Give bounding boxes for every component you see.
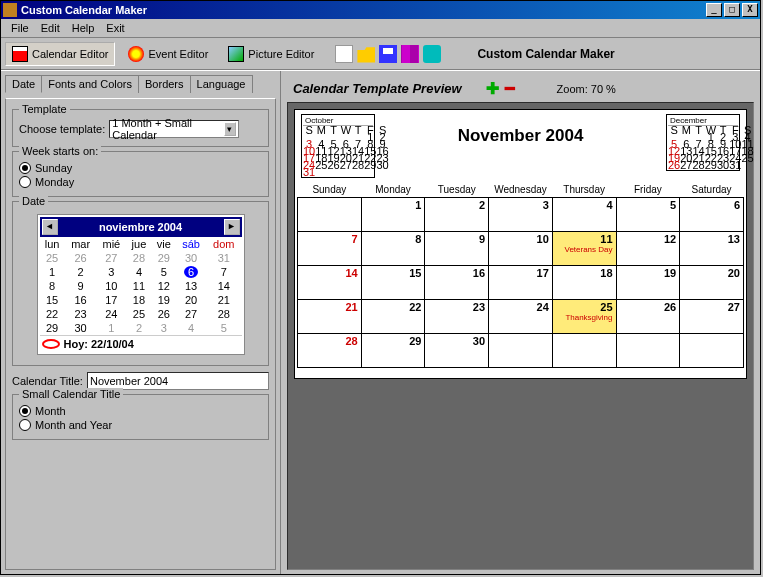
picture-editor-button[interactable]: Picture Editor xyxy=(221,42,321,66)
link-icon[interactable] xyxy=(423,45,441,63)
big-day: 16 xyxy=(425,266,489,300)
save-icon[interactable] xyxy=(379,45,397,63)
mini-day[interactable]: 15 xyxy=(40,293,65,307)
prev-month-button[interactable]: ◄ xyxy=(42,219,58,235)
tiny-right-month: December xyxy=(668,116,738,126)
mini-day[interactable]: 5 xyxy=(206,321,241,335)
big-day: 2 xyxy=(425,198,489,232)
big-day: 14 xyxy=(298,266,362,300)
zoom-label: Zoom: 70 % xyxy=(557,83,616,95)
minimize-button[interactable]: _ xyxy=(706,3,722,17)
tab-fonts[interactable]: Fonts and Colors xyxy=(41,75,139,93)
mini-day[interactable]: 3 xyxy=(152,321,177,335)
mini-day[interactable]: 19 xyxy=(152,293,177,307)
new-icon[interactable] xyxy=(335,45,353,63)
menu-file[interactable]: File xyxy=(5,21,35,35)
left-panel: Date Fonts and Colors Borders Language T… xyxy=(1,71,281,574)
mini-day[interactable]: 26 xyxy=(65,251,97,265)
mini-day[interactable]: 2 xyxy=(126,321,151,335)
mini-day[interactable]: 22 xyxy=(40,307,65,321)
mini-day[interactable]: 21 xyxy=(206,293,241,307)
today-label[interactable]: Hoy: 22/10/04 xyxy=(64,338,134,350)
mini-day[interactable]: 27 xyxy=(176,307,206,321)
mini-day[interactable]: 18 xyxy=(126,293,151,307)
maximize-button[interactable]: □ xyxy=(724,3,740,17)
event-editor-button[interactable]: Event Editor xyxy=(121,42,215,66)
mini-day[interactable]: 10 xyxy=(96,279,126,293)
choose-template-label: Choose template: xyxy=(19,123,105,135)
chevron-down-icon[interactable]: ▾ xyxy=(224,122,237,136)
mini-day[interactable]: 6 xyxy=(176,265,206,279)
mini-day[interactable]: 16 xyxy=(65,293,97,307)
big-day: 9 xyxy=(425,232,489,266)
mini-day[interactable]: 29 xyxy=(40,321,65,335)
mini-day[interactable]: 9 xyxy=(65,279,97,293)
next-month-button[interactable]: ► xyxy=(224,219,240,235)
mini-day[interactable]: 20 xyxy=(176,293,206,307)
toolbar: Calendar Editor Event Editor Picture Edi… xyxy=(1,38,760,70)
menu-exit[interactable]: Exit xyxy=(100,21,130,35)
mini-day[interactable]: 13 xyxy=(176,279,206,293)
mini-day[interactable]: 3 xyxy=(96,265,126,279)
big-month-title: November 2004 xyxy=(375,114,666,146)
mini-day[interactable]: 26 xyxy=(152,307,177,321)
menu-help[interactable]: Help xyxy=(66,21,101,35)
radio-sunday[interactable] xyxy=(19,162,31,174)
radio-monday[interactable] xyxy=(19,176,31,188)
mini-day[interactable]: 4 xyxy=(176,321,206,335)
big-day: 3 xyxy=(489,198,553,232)
close-button[interactable]: X xyxy=(742,3,758,17)
template-combo[interactable]: 1 Month + Small Calendar ▾ xyxy=(109,120,239,138)
tab-date[interactable]: Date xyxy=(5,75,42,93)
book-icon[interactable] xyxy=(401,45,419,63)
big-day: 10 xyxy=(489,232,553,266)
big-day: 29 xyxy=(361,334,425,368)
calendar-editor-button[interactable]: Calendar Editor xyxy=(5,42,115,66)
big-day xyxy=(552,334,616,368)
mini-day[interactable]: 28 xyxy=(126,251,151,265)
big-day: 26 xyxy=(616,300,680,334)
mini-calendar[interactable]: ◄ noviembre 2004 ► lunmarmiéjueviesábdom… xyxy=(37,214,245,355)
big-day xyxy=(298,198,362,232)
mini-day[interactable]: 2 xyxy=(65,265,97,279)
mini-day[interactable]: 30 xyxy=(176,251,206,265)
radio-month[interactable] xyxy=(19,405,31,417)
mini-day[interactable]: 1 xyxy=(96,321,126,335)
mini-day[interactable]: 1 xyxy=(40,265,65,279)
month-year-label: Month and Year xyxy=(35,419,112,431)
zoom-out-button[interactable]: ━ xyxy=(505,79,515,98)
mini-day[interactable]: 8 xyxy=(40,279,65,293)
mini-day[interactable]: 31 xyxy=(206,251,241,265)
mini-day[interactable]: 23 xyxy=(65,307,97,321)
right-panel: Calendar Template Preview ✚ ━ Zoom: 70 %… xyxy=(281,71,760,574)
mini-day[interactable]: 5 xyxy=(152,265,177,279)
mini-day[interactable]: 30 xyxy=(65,321,97,335)
big-day: 28 xyxy=(298,334,362,368)
menu-edit[interactable]: Edit xyxy=(35,21,66,35)
big-day: 6 xyxy=(680,198,744,232)
mini-day[interactable]: 12 xyxy=(152,279,177,293)
week-group: Week starts on: Sunday Monday xyxy=(12,151,269,197)
radio-month-year[interactable] xyxy=(19,419,31,431)
big-day: 23 xyxy=(425,300,489,334)
mini-day[interactable]: 25 xyxy=(40,251,65,265)
mini-day[interactable]: 29 xyxy=(152,251,177,265)
zoom-in-button[interactable]: ✚ xyxy=(486,79,499,98)
tiny-cal-right: December SMTWTFS123456789101112131415161… xyxy=(666,114,740,171)
open-icon[interactable] xyxy=(357,45,375,63)
tab-borders[interactable]: Borders xyxy=(138,75,191,93)
template-group: Template Choose template: 1 Month + Smal… xyxy=(12,109,269,147)
mini-day[interactable]: 11 xyxy=(126,279,151,293)
mini-day[interactable]: 17 xyxy=(96,293,126,307)
tab-language[interactable]: Language xyxy=(190,75,253,93)
mini-day[interactable]: 28 xyxy=(206,307,241,321)
picture-icon xyxy=(228,46,244,62)
app-window: Custom Calendar Maker _ □ X File Edit He… xyxy=(0,0,761,575)
mini-day[interactable]: 4 xyxy=(126,265,151,279)
mini-day[interactable]: 24 xyxy=(96,307,126,321)
small-title-group: Small Calendar Title Month Month and Yea… xyxy=(12,394,269,440)
mini-day[interactable]: 27 xyxy=(96,251,126,265)
mini-day[interactable]: 25 xyxy=(126,307,151,321)
mini-day[interactable]: 7 xyxy=(206,265,241,279)
mini-day[interactable]: 14 xyxy=(206,279,241,293)
